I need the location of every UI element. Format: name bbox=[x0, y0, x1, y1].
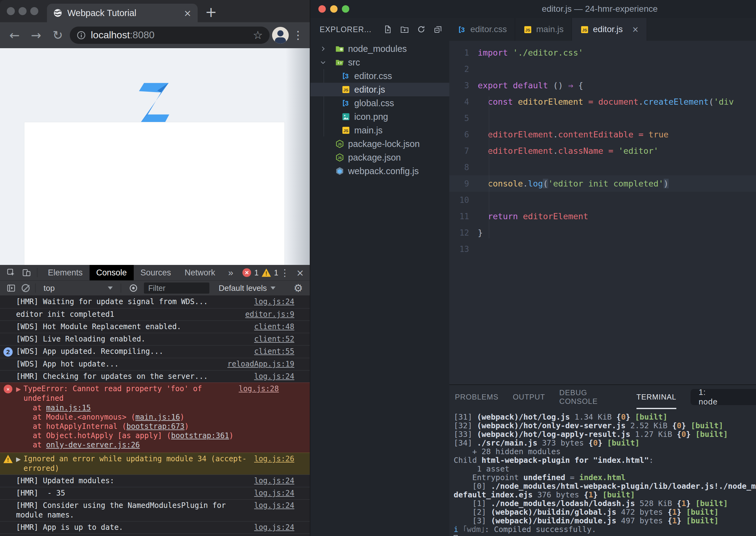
line-number: 7 bbox=[449, 146, 478, 155]
indent-guide bbox=[489, 96, 489, 238]
vscode-window: editor.js — 24-hmr-experience EXPLORER..… bbox=[310, 0, 756, 536]
editor-content-box[interactable] bbox=[24, 122, 285, 265]
code-line: 6 editorElement.contentEditable = true bbox=[449, 126, 756, 143]
avatar[interactable] bbox=[272, 27, 289, 44]
tree-item-editor-css[interactable]: 3editor.css bbox=[310, 69, 449, 83]
console-source-link[interactable]: client:48 bbox=[254, 322, 294, 332]
console-sidebar-icon[interactable] bbox=[4, 284, 18, 293]
close-window-icon[interactable] bbox=[318, 5, 326, 13]
expand-caret-icon[interactable]: ▶ bbox=[16, 384, 23, 393]
console-source-link[interactable]: client:52 bbox=[254, 334, 294, 344]
browser-tab[interactable]: Webpack Tutorial × bbox=[47, 4, 198, 22]
stack-source-link[interactable]: main.js:15 bbox=[46, 404, 91, 412]
clear-console-icon[interactable] bbox=[21, 284, 30, 292]
console-prompt[interactable] bbox=[0, 534, 310, 536]
editor-tab-editor-js[interactable]: JSeditor.js× bbox=[572, 18, 647, 41]
address-bar[interactable]: localhost:8080 ☆ bbox=[70, 26, 270, 44]
editor-tab-main-js[interactable]: JSmain.js bbox=[515, 18, 572, 41]
device-toolbar-icon[interactable] bbox=[20, 268, 33, 277]
stack-source-link[interactable]: bootstrap:673 bbox=[126, 422, 184, 431]
tree-item-main-js[interactable]: JSmain.js bbox=[310, 123, 449, 137]
tree-item-icon-png[interactable]: icon.png bbox=[310, 110, 449, 123]
editor-tab-label: main.js bbox=[536, 24, 564, 34]
new-folder-icon[interactable] bbox=[400, 25, 409, 34]
devtools-tab-network[interactable]: Network bbox=[178, 265, 222, 280]
terminal-selector[interactable]: 1: node bbox=[691, 389, 756, 405]
svg-text:JS: JS bbox=[338, 156, 342, 160]
devtools-tab-console[interactable]: Console bbox=[89, 265, 134, 280]
context-selector[interactable]: top bbox=[41, 284, 115, 293]
console-source-link[interactable]: log.js:24 bbox=[254, 372, 294, 381]
globe-icon bbox=[53, 8, 62, 17]
forward-icon[interactable]: → bbox=[26, 28, 46, 42]
close-tab-icon[interactable]: × bbox=[632, 25, 639, 34]
info-icon[interactable] bbox=[77, 31, 86, 40]
code-editor[interactable]: 1import './editor.css'23export default (… bbox=[449, 41, 756, 385]
more-tabs-icon[interactable]: » bbox=[224, 267, 238, 278]
devtools-kebab-menu-icon[interactable]: ⋮ bbox=[280, 267, 290, 278]
stack-source-link[interactable]: bootstrap:361 bbox=[171, 431, 229, 440]
line-number: 4 bbox=[449, 97, 478, 107]
devtools-tab-bar-tabs: ElementsConsoleSourcesNetwork bbox=[41, 265, 222, 280]
tree-item-src[interactable]: src bbox=[310, 55, 449, 69]
panel-tab-output[interactable]: OUTPUT bbox=[513, 385, 545, 409]
terminal-output[interactable]: [31] (webpack)/hot/log.js 1.34 KiB {0} [… bbox=[449, 409, 756, 536]
code-line: 11 return editorElement bbox=[449, 208, 756, 224]
refresh-icon[interactable] bbox=[417, 25, 426, 34]
console-source-link[interactable]: log.js:24 bbox=[254, 488, 294, 498]
console-source-link[interactable]: log.js:24 bbox=[254, 501, 294, 510]
terminal-line: [3] (webpack)/buildin/module.js 497 byte… bbox=[454, 517, 756, 525]
warning-badge-icon: ! bbox=[261, 269, 271, 277]
stack-source-link[interactable]: only-dev-server.js:26 bbox=[46, 441, 140, 449]
eye-icon[interactable] bbox=[127, 284, 140, 293]
close-tab-icon[interactable]: × bbox=[184, 8, 191, 18]
panel-tab-debug-console[interactable]: DEBUG CONSOLE bbox=[559, 385, 622, 409]
panel-tab-problems[interactable]: PROBLEMS bbox=[455, 385, 498, 409]
console-source-link[interactable]: reloadApp.js:19 bbox=[227, 359, 294, 369]
svg-text:JS: JS bbox=[338, 142, 342, 146]
console-source-link[interactable]: client:55 bbox=[254, 347, 294, 356]
explorer-sidebar: EXPLORER... node_modulessrc3editor.cssJS… bbox=[310, 18, 449, 536]
console-log-text: [WDS] App hot update... bbox=[16, 359, 223, 369]
traffic-light-icon[interactable] bbox=[30, 7, 38, 15]
star-icon[interactable]: ☆ bbox=[253, 29, 263, 41]
traffic-light-icon[interactable] bbox=[18, 7, 26, 15]
inspect-icon[interactable] bbox=[4, 268, 18, 277]
console-source-link[interactable]: editor.js:9 bbox=[245, 310, 294, 319]
console-source-link[interactable]: log.js:28 bbox=[239, 384, 279, 394]
devtools-issue-badges[interactable]: ✕ 1 ! 1 bbox=[242, 268, 278, 277]
console-filter-input[interactable] bbox=[144, 283, 209, 294]
tree-item-global-css[interactable]: 3global.css bbox=[310, 96, 449, 110]
panel-tab-terminal[interactable]: TERMINAL bbox=[636, 385, 676, 409]
console-source-link[interactable]: log.js:24 bbox=[254, 476, 294, 486]
collapse-all-icon[interactable] bbox=[433, 25, 443, 34]
tree-item-package-lock-json[interactable]: JSpackage-lock.json bbox=[310, 137, 449, 151]
devtools-tab-elements[interactable]: Elements bbox=[41, 265, 89, 280]
reload-icon[interactable]: ↻ bbox=[48, 28, 67, 42]
tree-item-webpack-config-js[interactable]: webpack.config.js bbox=[310, 164, 449, 178]
devtools-tab-sources[interactable]: Sources bbox=[134, 265, 178, 280]
expand-caret-icon[interactable]: ▶ bbox=[16, 454, 23, 463]
stack-source-link[interactable]: main.js:16 bbox=[135, 413, 180, 421]
new-file-icon[interactable] bbox=[383, 25, 393, 34]
console-source-link[interactable]: log.js:24 bbox=[254, 297, 294, 307]
editor-tab-editor-css[interactable]: 3editor.css bbox=[449, 18, 515, 41]
code-line-content: editorElement.contentEditable = true bbox=[478, 130, 669, 139]
terminal-line: [32] (webpack)/hot/only-dev-server.js 2.… bbox=[454, 421, 756, 430]
gear-icon[interactable]: ⚙ bbox=[294, 282, 305, 294]
console-source-link[interactable]: log.js:26 bbox=[254, 454, 294, 464]
tree-item-editor-js[interactable]: JSeditor.js bbox=[310, 83, 449, 96]
devtools-close-icon[interactable]: × bbox=[296, 267, 304, 278]
new-tab-icon[interactable]: + bbox=[205, 4, 217, 20]
terminal-line: + 28 hidden modules bbox=[454, 448, 756, 456]
tree-item-node-modules[interactable]: node_modules bbox=[310, 42, 449, 55]
kebab-menu-icon[interactable]: ⋮ bbox=[291, 29, 305, 41]
traffic-light-icon[interactable] bbox=[7, 7, 15, 15]
log-levels-selector[interactable]: Default levels bbox=[219, 284, 275, 293]
console-log-row: [HMR] Waiting for update signal from WDS… bbox=[0, 296, 310, 308]
back-icon[interactable]: ← bbox=[5, 28, 24, 42]
minimize-window-icon[interactable] bbox=[330, 5, 337, 13]
console-source-link[interactable]: log.js:24 bbox=[254, 523, 294, 532]
tree-item-package-json[interactable]: JSpackage.json bbox=[310, 151, 449, 164]
zoom-window-icon[interactable] bbox=[342, 5, 349, 13]
